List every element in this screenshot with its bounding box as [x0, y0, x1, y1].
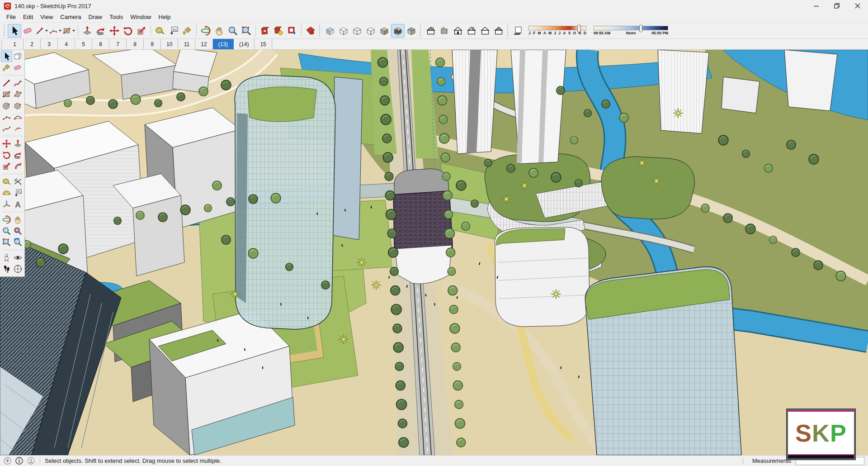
pan-palette-button[interactable]: [12, 214, 24, 225]
right-button[interactable]: [492, 24, 505, 38]
3d-text-palette-button[interactable]: A: [12, 199, 24, 210]
rotate-palette-button[interactable]: [1, 149, 12, 161]
scene-tab-2[interactable]: 2: [24, 39, 41, 49]
select-button[interactable]: [8, 24, 21, 38]
menu-help[interactable]: Help: [155, 12, 175, 22]
scene-tab-12[interactable]: 12: [195, 39, 212, 49]
orbit-button[interactable]: [199, 24, 212, 38]
text-button[interactable]: A1: [167, 24, 180, 38]
axes-palette-button[interactable]: [1, 199, 12, 210]
dropdown-caret-icon[interactable]: [72, 30, 75, 32]
orbit-palette-button[interactable]: [1, 214, 12, 225]
scene-tab-14[interactable]: (14): [234, 39, 255, 49]
eraser-button[interactable]: [21, 24, 35, 38]
minimize-button[interactable]: [806, 0, 826, 12]
zoom-extents-button[interactable]: [240, 24, 253, 38]
help-icon[interactable]: [15, 457, 23, 465]
rotated-rectangle-palette-button[interactable]: [12, 89, 24, 100]
section-plane-palette-button[interactable]: [12, 263, 24, 275]
scene-tab-13[interactable]: (13): [213, 39, 234, 49]
scene-tab-9[interactable]: 9: [144, 39, 161, 49]
share-model-button[interactable]: [272, 24, 285, 38]
scale-button[interactable]: [135, 24, 148, 38]
walk-palette-button[interactable]: [1, 263, 12, 275]
pan-button[interactable]: [212, 24, 226, 38]
menu-edit[interactable]: Edit: [19, 12, 37, 22]
make-component-palette-button[interactable]: [12, 51, 24, 62]
zoom-button[interactable]: [226, 24, 240, 38]
back-button[interactable]: [465, 24, 478, 38]
follow-me-palette-button[interactable]: [12, 149, 24, 161]
scale-palette-button[interactable]: [1, 161, 12, 172]
menu-view[interactable]: View: [37, 12, 57, 22]
eraser-palette-button[interactable]: [12, 62, 24, 73]
3-point-arc-palette-button[interactable]: [1, 123, 12, 134]
polygon-palette-button[interactable]: [12, 100, 24, 111]
scene-tab-8[interactable]: 8: [127, 39, 144, 49]
shadow-date-slider-thumb[interactable]: [577, 25, 580, 32]
previous-view-palette-button[interactable]: [12, 237, 24, 248]
scene-tab-11[interactable]: 11: [178, 39, 195, 49]
arc-palette-button[interactable]: [1, 111, 12, 123]
extension-warehouse-button[interactable]: [285, 24, 299, 38]
rotate-button[interactable]: [121, 24, 135, 38]
scene-tab-10[interactable]: 10: [161, 39, 178, 49]
menu-draw[interactable]: Draw: [85, 12, 106, 22]
offset-palette-button[interactable]: [12, 161, 24, 172]
shadow-time-slider-thumb[interactable]: [639, 25, 642, 32]
wireframe-button[interactable]: [350, 24, 364, 38]
hidden-line-button[interactable]: [364, 24, 377, 38]
scene-tab-1[interactable]: 1: [6, 39, 24, 49]
shadow-time-slider[interactable]: 06:55 AMNoon05:00 PM: [594, 26, 668, 35]
paint-bucket-button[interactable]: [180, 24, 194, 38]
tape-measure-button[interactable]: [153, 24, 167, 38]
iso-button[interactable]: [424, 24, 438, 38]
push-pull-palette-button[interactable]: [12, 138, 24, 149]
scene-tab-5[interactable]: 5: [75, 39, 92, 49]
zoom-extents-palette-button[interactable]: [1, 237, 12, 248]
shadow-date-slider[interactable]: JFMAMJJASOND: [528, 26, 586, 35]
shadows-toggle-button[interactable]: [511, 24, 525, 38]
x-ray-button[interactable]: [323, 24, 337, 38]
line-button[interactable]: [35, 24, 48, 38]
menu-window[interactable]: Window: [127, 12, 155, 22]
monochrome-button[interactable]: [405, 24, 418, 38]
3d-warehouse-button[interactable]: [258, 24, 272, 38]
close-button[interactable]: [847, 0, 868, 12]
left-button[interactable]: [478, 24, 492, 38]
top-button[interactable]: [438, 24, 451, 38]
menu-camera[interactable]: Camera: [57, 12, 85, 22]
position-camera-palette-button[interactable]: [1, 252, 12, 263]
tape-measure-palette-button[interactable]: [1, 176, 12, 187]
move-button[interactable]: [108, 24, 121, 38]
rectangle-button[interactable]: [62, 24, 75, 38]
scene-tab-6[interactable]: 6: [92, 39, 109, 49]
scene-tab-7[interactable]: 7: [109, 39, 127, 49]
user-icon[interactable]: [27, 457, 35, 465]
rectangle-palette-button[interactable]: [1, 89, 12, 100]
send-to-layout-button[interactable]: [304, 24, 317, 38]
freehand-palette-button[interactable]: [12, 77, 24, 89]
move-palette-button[interactable]: [1, 138, 12, 149]
dropdown-caret-icon[interactable]: [45, 30, 48, 32]
circle-palette-button[interactable]: [1, 100, 12, 111]
protractor-palette-button[interactable]: [1, 187, 12, 199]
zoom-palette-button[interactable]: [1, 225, 12, 237]
arc-button[interactable]: [48, 24, 62, 38]
shaded-button[interactable]: [377, 24, 391, 38]
scene-tab-3[interactable]: 3: [41, 39, 58, 49]
model-viewport[interactable]: [0, 50, 868, 455]
follow-me-button[interactable]: [94, 24, 108, 38]
dropdown-caret-icon[interactable]: [59, 30, 61, 32]
pie-palette-button[interactable]: [12, 123, 24, 134]
front-button[interactable]: [451, 24, 465, 38]
line-palette-button[interactable]: [1, 77, 12, 89]
push-pull-button[interactable]: [80, 24, 94, 38]
zoom-window-palette-button[interactable]: [12, 225, 24, 237]
paint-bucket-palette-button[interactable]: [1, 62, 12, 73]
scene-tab-4[interactable]: 4: [58, 39, 75, 49]
dimension-palette-button[interactable]: [12, 176, 24, 187]
select-palette-button[interactable]: [1, 51, 12, 62]
shaded-with-textures-button[interactable]: [391, 24, 405, 38]
text-palette-button[interactable]: A1: [12, 187, 24, 199]
